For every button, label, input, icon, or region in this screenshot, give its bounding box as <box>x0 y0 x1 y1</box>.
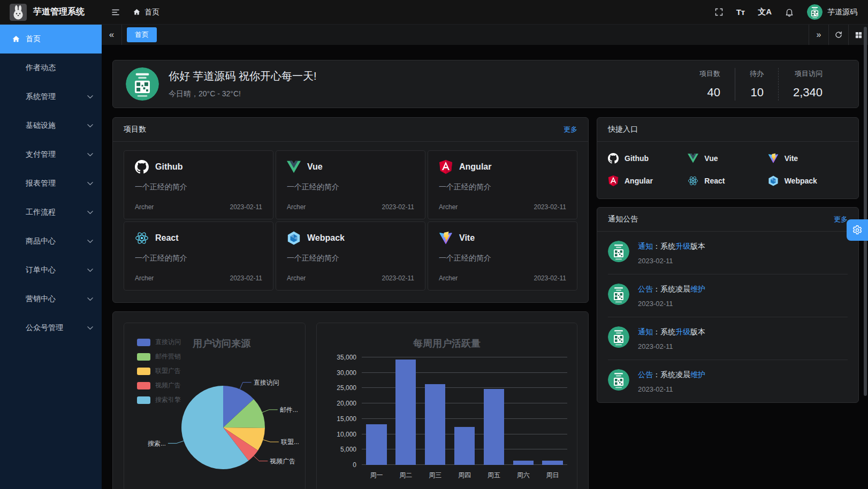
tab-home[interactable]: 首页 <box>127 27 157 42</box>
notice-item[interactable]: 公告：系统凌晨维护 2023-02-11 <box>597 360 858 402</box>
sidebar-item[interactable]: 基础设施 <box>0 111 102 140</box>
sidebar-item[interactable]: 营销中心 <box>0 285 102 314</box>
stat-label: 待办 <box>750 69 764 79</box>
vue-icon <box>688 153 698 164</box>
project-desc: 一个正经的简介 <box>135 182 262 192</box>
project-card[interactable]: Github 一个正经的简介 Archer 2023-02-11 <box>124 150 273 219</box>
font-size-icon[interactable]: Tт <box>736 7 745 17</box>
legend-item-邮件营销[interactable]: 邮件营销 <box>137 352 181 361</box>
notices-panel: 通知公告 更多 通知：系 <box>597 207 859 403</box>
expand-tabs-icon[interactable]: » <box>809 25 828 45</box>
projects-more-link[interactable]: 更多 <box>564 125 577 134</box>
y-axis-tick: 20,000 <box>337 400 356 407</box>
sidebar-item[interactable]: 作者动态 <box>0 54 102 82</box>
bar-column-周六: 周六 <box>508 357 538 465</box>
charts-panel: 直接访问邮件营销联盟广告视频广告搜索引擎 用户访问来源 直接访问邮件...联盟.… <box>112 311 589 489</box>
brand[interactable]: 芋道管理系统 <box>0 4 102 21</box>
notice-item[interactable]: 通知：系统升级版本 2023-02-11 <box>597 317 858 360</box>
notice-item[interactable]: 通知：系统升级版本 2023-02-11 <box>597 232 858 274</box>
vue-icon <box>287 160 301 174</box>
bar-chart-title: 每周用户活跃量 <box>317 337 577 350</box>
bar <box>542 461 562 465</box>
sidebar-item[interactable]: 支付管理 <box>0 140 102 169</box>
webpack-icon <box>287 231 301 245</box>
notices-more-link[interactable]: 更多 <box>834 215 848 224</box>
shortcut-link[interactable]: Angular <box>608 170 688 192</box>
sidebar-item[interactable]: 工作流程 <box>0 198 102 227</box>
sidebar-item[interactable]: 报表管理 <box>0 169 102 198</box>
chevron-down-icon <box>87 182 93 186</box>
project-card[interactable]: Angular 一个正经的简介 Archer 2023-02-11 <box>428 150 577 219</box>
scrollbar-thumb[interactable] <box>864 27 867 396</box>
gear-icon <box>852 225 863 235</box>
sidebar-item-label: 系统管理 <box>26 92 56 102</box>
angular-icon <box>439 160 453 174</box>
y-axis-tick: 25,000 <box>337 384 356 392</box>
bar <box>395 360 416 465</box>
legend-item-直接访问[interactable]: 直接访问 <box>137 338 181 347</box>
shortcut-link[interactable]: Github <box>608 147 688 170</box>
sidebar: 首页 作者动态 系统管理 <box>0 25 102 489</box>
project-name: Vite <box>459 233 475 243</box>
project-date: 2023-02-11 <box>230 274 263 282</box>
fullscreen-icon[interactable] <box>714 7 724 17</box>
stats: 项目数 40 待办 10 项目访问 2,340 <box>685 68 837 101</box>
react-icon <box>688 175 698 186</box>
shortcut-link[interactable]: React <box>688 170 767 192</box>
shortcut-link[interactable]: Vue <box>688 147 767 170</box>
sidebar-item[interactable]: 公众号管理 <box>0 314 102 342</box>
project-name: React <box>155 233 179 243</box>
locale-icon[interactable]: 文A <box>758 7 772 17</box>
settings-button[interactable] <box>847 219 868 241</box>
sidebar-item-label: 基础设施 <box>26 121 56 131</box>
bar-column-周五: 周五 <box>479 357 508 465</box>
shortcut-label: Webpack <box>785 177 817 185</box>
bell-icon[interactable] <box>785 7 794 17</box>
legend-item-联盟广告[interactable]: 联盟广告 <box>137 366 181 376</box>
greeting-avatar <box>126 67 159 101</box>
app-root: 芋道管理系统 首页 Tт 文A 芋道源码 <box>0 0 868 489</box>
legend-label: 联盟广告 <box>155 366 181 376</box>
shortcut-link[interactable]: Webpack <box>768 170 848 192</box>
sidebar-item-label: 订单中心 <box>26 265 56 275</box>
project-card[interactable]: Vue 一个正经的简介 Archer 2023-02-11 <box>276 150 425 219</box>
bar-column-周日: 周日 <box>538 357 567 465</box>
y-axis-tick: 35,000 <box>337 354 356 361</box>
bar-column-周一: 周一 <box>362 357 391 465</box>
shortcut-label: Vite <box>785 154 798 163</box>
notice-item[interactable]: 公告：系统凌晨维护 2023-02-11 <box>597 274 858 317</box>
legend-swatch <box>137 382 150 389</box>
react-icon <box>135 231 149 245</box>
y-axis-tick: 10,000 <box>337 431 356 438</box>
shortcuts-grid: Github Vue <box>597 142 858 198</box>
project-card[interactable]: Webpack 一个正经的简介 Archer 2023-02-11 <box>276 221 425 291</box>
tab-actions: » <box>809 25 868 45</box>
bar <box>513 461 534 465</box>
refresh-icon[interactable] <box>828 25 848 45</box>
collapse-tabs-icon[interactable]: « <box>102 25 122 45</box>
project-card[interactable]: Vite 一个正经的简介 Archer 2023-02-11 <box>428 221 577 291</box>
legend-item-视频广告[interactable]: 视频广告 <box>137 381 181 390</box>
project-name: Webpack <box>307 233 345 243</box>
project-card[interactable]: React 一个正经的简介 Archer 2023-02-11 <box>124 221 273 291</box>
bar-chart: 05,00010,00015,00020,00025,00030,00035,0… <box>362 357 567 465</box>
hamburger-icon[interactable] <box>108 5 123 20</box>
notice-date: 2023-02-11 <box>638 257 705 265</box>
notices-list: 通知：系统升级版本 2023-02-11 <box>597 232 858 402</box>
sidebar-item[interactable]: 商品中心 <box>0 227 102 256</box>
sidebar-item[interactable]: 首页 <box>0 25 102 54</box>
sidebar-item-label: 商品中心 <box>26 236 56 246</box>
shortcut-link[interactable]: Vite <box>768 147 848 170</box>
stat-value: 40 <box>699 86 720 100</box>
legend-item-搜索引擎[interactable]: 搜索引擎 <box>137 395 181 404</box>
bar-chart-card: 每周用户活跃量 05,00010,00015,00020,00025,00030… <box>316 323 577 489</box>
breadcrumb[interactable]: 首页 <box>133 7 159 17</box>
breadcrumb-label: 首页 <box>144 7 159 17</box>
sidebar-item[interactable]: 系统管理 <box>0 82 102 111</box>
project-date: 2023-02-11 <box>382 274 415 282</box>
legend-label: 搜索引擎 <box>155 395 181 404</box>
notice-date: 2023-02-11 <box>638 300 705 308</box>
sidebar-item[interactable]: 订单中心 <box>0 256 102 285</box>
user-menu[interactable]: 芋道源码 <box>807 4 857 20</box>
bar <box>454 427 475 465</box>
